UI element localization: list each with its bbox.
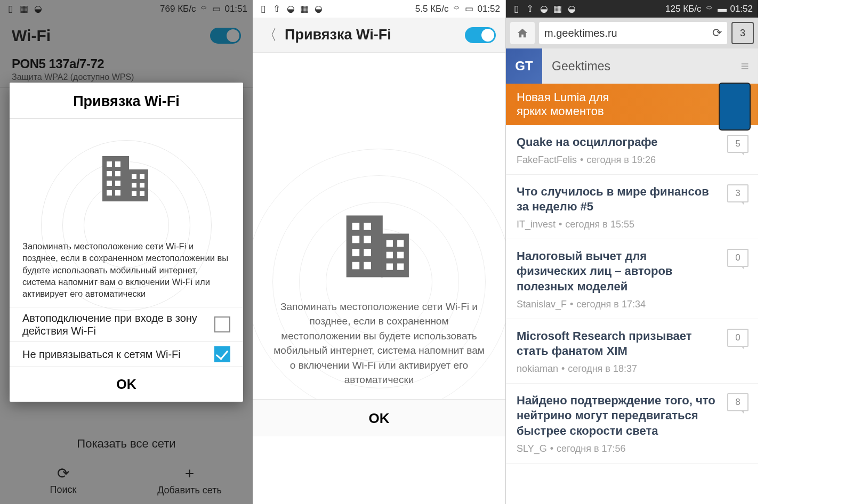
list-item[interactable]: Что случилось в мире финансов за неделю …: [506, 175, 758, 239]
svg-rect-22: [352, 249, 360, 256]
list-item[interactable]: Microsoft Research призывает стать фанат…: [506, 319, 758, 384]
svg-rect-6: [107, 181, 112, 186]
site-title: Geektimes: [542, 59, 731, 74]
article-author: nokiaman: [517, 363, 558, 374]
comment-badge[interactable]: 0: [727, 249, 749, 267]
content-area: Запоминать местоположение сети Wi-Fi и п…: [253, 53, 505, 399]
comment-badge[interactable]: 3: [727, 184, 749, 202]
home-button[interactable]: [510, 22, 535, 44]
article-title: Найдено подтверждение того, что нейтрино…: [517, 393, 747, 439]
dialog-title: Привязка Wi-Fi: [10, 83, 243, 119]
svg-rect-10: [132, 174, 136, 179]
article-meta: FakeFactFelis•сегодня в 19:26: [517, 155, 747, 166]
article-time: сегодня в 15:55: [565, 219, 634, 230]
wifi-icon: ⌔: [452, 4, 461, 14]
svg-rect-1: [128, 169, 148, 201]
screen-wifi-settings: ▯ ▦ ◒ 769 КБ/с ⌔ ▭ 01:51 Wi-Fi PON5 137a…: [0, 0, 253, 504]
network-speed: 5.5 КБ/с: [415, 4, 449, 14]
dialog-illustration: [10, 119, 243, 236]
site-header: GT Geektimes ≡: [506, 48, 758, 84]
page-header: 〈 Привязка Wi-Fi: [253, 18, 505, 53]
svg-rect-21: [364, 236, 371, 243]
svg-rect-30: [387, 263, 393, 270]
option-label: Не привязываться к сетям Wi-Fi: [22, 348, 181, 361]
upload-icon: ⇧: [272, 4, 281, 14]
svg-rect-3: [115, 161, 120, 167]
shield-icon: ◒: [567, 4, 576, 14]
article-author: FakeFactFelis: [517, 155, 577, 165]
network-speed: 125 КБ/с: [665, 4, 701, 14]
ok-button[interactable]: OK: [253, 399, 505, 436]
back-button[interactable]: 〈: [262, 25, 277, 45]
svg-rect-25: [364, 262, 371, 270]
tabs-button[interactable]: 3: [731, 22, 754, 44]
list-item[interactable]: Quake на осциллографе FakeFactFelis•сего…: [506, 125, 758, 175]
article-title: Что случилось в мире финансов за неделю …: [517, 184, 747, 215]
comment-badge[interactable]: 0: [727, 329, 749, 347]
refresh-icon[interactable]: ⟳: [712, 26, 722, 40]
ad-banner[interactable]: Новая Lumia для ярких моментов: [506, 84, 758, 125]
svg-rect-26: [387, 240, 393, 247]
svg-rect-5: [115, 171, 120, 176]
svg-rect-24: [352, 262, 360, 270]
checkbox-checked[interactable]: [214, 346, 230, 362]
article-time: сегодня в 17:56: [557, 443, 626, 454]
svg-rect-18: [352, 223, 360, 230]
svg-rect-4: [107, 171, 112, 176]
comment-badge[interactable]: 8: [727, 393, 749, 411]
article-title: Microsoft Research призывает стать фанат…: [517, 329, 747, 359]
list-item[interactable]: Найдено подтверждение того, что нейтрино…: [506, 384, 758, 464]
ok-button[interactable]: OK: [10, 367, 243, 402]
url-bar[interactable]: m.geektimes.ru ⟳: [539, 22, 727, 44]
page-title: Привязка Wi-Fi: [285, 27, 391, 43]
article-meta: SLY_G•сегодня в 17:56: [517, 443, 747, 454]
article-title: Налоговый вычет для физических лиц – авт…: [517, 249, 747, 295]
tab-count: 3: [740, 28, 745, 39]
photo-icon: ▦: [553, 4, 562, 14]
svg-rect-31: [397, 263, 404, 270]
clock: 01:52: [477, 4, 500, 14]
browser-toolbar: m.geektimes.ru ⟳ 3: [506, 18, 758, 48]
clock: 01:52: [730, 4, 753, 14]
svg-rect-23: [364, 249, 371, 256]
wifi-icon: ⌔: [704, 4, 714, 14]
battery-icon: ▭: [464, 4, 474, 14]
url-text: m.geektimes.ru: [544, 27, 617, 39]
binding-description: Запоминать местоположение сети Wi-Fi и п…: [253, 299, 505, 387]
svg-rect-28: [387, 252, 393, 258]
modal-overlay: Привязка Wi-Fi: [0, 0, 253, 504]
screen-wifi-binding: ▯ ⇧ ◒ ▦ ◒ 5.5 КБ/с ⌔ ▭ 01:52 〈 Привязка …: [253, 0, 505, 504]
site-logo[interactable]: GT: [506, 48, 542, 84]
sim-icon: ▯: [511, 4, 521, 14]
svg-rect-27: [397, 240, 404, 247]
shield-icon: ◒: [313, 4, 323, 14]
svg-rect-20: [352, 236, 360, 243]
list-item[interactable]: Налоговый вычет для физических лиц – авт…: [506, 239, 758, 319]
home-icon: [517, 27, 528, 39]
article-time: сегодня в 18:37: [568, 363, 637, 374]
article-meta: nokiaman•сегодня в 18:37: [517, 363, 747, 375]
upload-icon: ⇧: [525, 4, 535, 14]
photo-icon: ▦: [300, 4, 309, 14]
article-title: Quake на осциллографе: [517, 135, 747, 150]
svg-rect-2: [107, 161, 112, 167]
menu-button[interactable]: ≡: [731, 58, 758, 75]
banner-line1: Новая Lumia для: [517, 91, 609, 104]
screen-browser: ▯ ⇧ ◒ ▦ ◒ 125 КБ/с ⌔ ▬ 01:52 m.geektimes…: [505, 0, 758, 504]
building-icon: [97, 151, 156, 204]
svg-rect-12: [132, 183, 136, 188]
svg-rect-17: [381, 234, 409, 278]
binding-toggle[interactable]: [465, 27, 496, 43]
building-icon: [339, 207, 419, 282]
svg-rect-11: [140, 174, 144, 179]
wifi-binding-dialog: Привязка Wi-Fi: [10, 83, 243, 402]
svg-rect-7: [115, 181, 120, 186]
svg-rect-9: [115, 190, 120, 196]
svg-rect-19: [364, 223, 371, 230]
option-dontbind[interactable]: Не привязываться к сетям Wi-Fi: [10, 342, 243, 367]
svg-rect-15: [140, 191, 144, 196]
article-author: SLY_G: [517, 443, 547, 454]
comment-badge[interactable]: 5: [727, 135, 749, 153]
article-author: Stanislav_F: [517, 299, 567, 310]
banner-line2: ярких моментов: [517, 104, 609, 118]
